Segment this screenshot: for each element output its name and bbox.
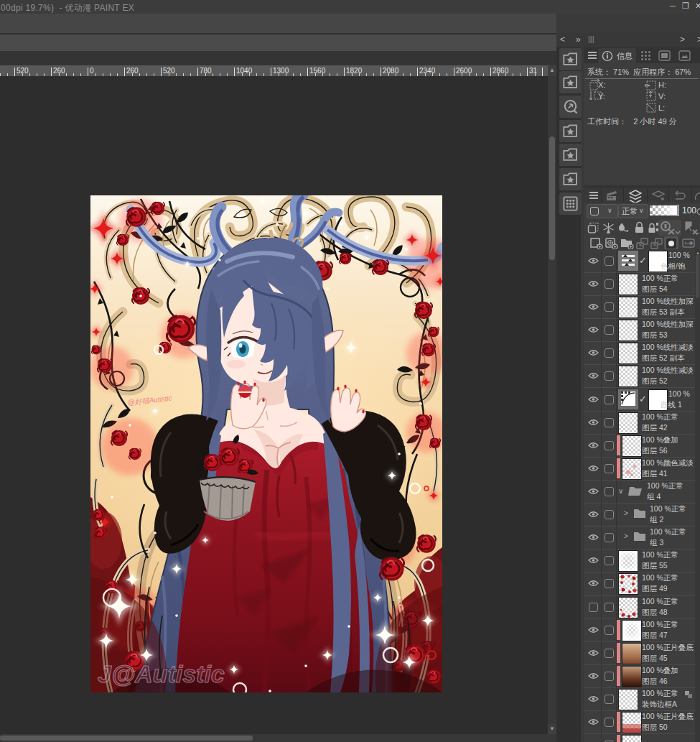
svg-text:J@Autistic: J@Autistic: [98, 660, 225, 687]
